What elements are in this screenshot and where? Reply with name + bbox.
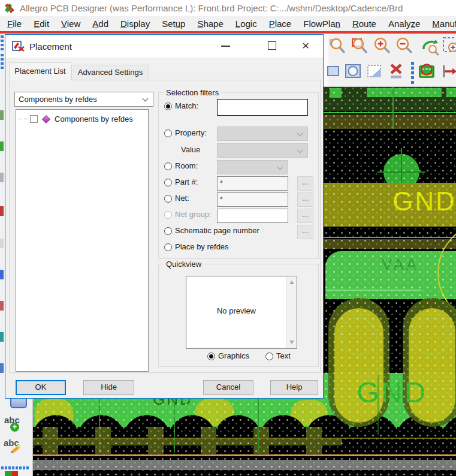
app-window: Allegro PCB Designer (was Performance L)… — [0, 0, 456, 476]
pcb-pin-arc — [413, 318, 450, 355]
rect-tool-icon[interactable] — [323, 61, 343, 82]
netgroup-label: Net group: — [175, 210, 212, 219]
toolbar-separator-dots — [1, 35, 4, 52]
net-input[interactable] — [217, 192, 288, 207]
pcb-band — [324, 115, 456, 129]
menu-item-view[interactable]: View — [55, 19, 86, 29]
pcb-trace-orange — [33, 454, 456, 456]
menu-item-route[interactable]: Route — [346, 19, 382, 29]
text-add-button[interactable]: abc + — [4, 415, 20, 426]
zoom-previous-icon[interactable] — [419, 36, 440, 56]
net-radio[interactable] — [164, 195, 172, 203]
close-button[interactable]: × — [302, 38, 309, 53]
zoom-points-icon[interactable] — [327, 36, 348, 56]
toolbar-icon-sliver — [0, 141, 4, 151]
component-list-dropdown-value: Components by refdes — [19, 95, 97, 104]
match-input[interactable] — [217, 99, 308, 116]
menu-item-place[interactable]: Place — [263, 19, 298, 29]
ok-button[interactable]: OK — [16, 380, 66, 395]
component-group-icon — [42, 115, 50, 123]
toolbar-icon-sliver — [0, 301, 4, 311]
part-radio[interactable] — [164, 179, 172, 186]
pcb-trace — [392, 87, 394, 129]
chevron-down-icon — [297, 131, 303, 137]
preview-scrollbar[interactable] — [286, 277, 296, 348]
schematic-page-label: Schematic page number — [175, 226, 259, 235]
part-input[interactable] — [217, 176, 288, 191]
pcb-trace — [324, 112, 456, 113]
menu-item-setup[interactable]: Setup — [156, 19, 191, 29]
maximize-button[interactable] — [268, 41, 276, 50]
menu-item-manufa[interactable]: Manufa — [426, 19, 456, 29]
zoom-fit-icon[interactable] — [442, 36, 456, 56]
graphics-radio[interactable] — [207, 353, 215, 360]
toolbar-icon-sliver — [0, 363, 4, 373]
tree-item-checkbox[interactable] — [30, 115, 38, 123]
pcb-pad — [446, 88, 456, 97]
minimize-button[interactable] — [221, 46, 230, 47]
room-dropdown — [217, 160, 288, 174]
schematic-page-radio[interactable] — [164, 227, 172, 235]
schematic-browse-button[interactable]: ... — [297, 225, 313, 239]
toolbar-separator-dots — [411, 62, 414, 86]
menu-item-file[interactable]: File — [1, 19, 28, 29]
scroll-down-icon[interactable] — [289, 341, 294, 344]
cancel-button[interactable]: Cancel — [203, 380, 253, 395]
toolbar-icon-sliver — [0, 332, 4, 342]
netgroup-browse-button[interactable]: ... — [297, 209, 313, 223]
hide-button[interactable]: Hide — [83, 380, 134, 395]
dashed-rect-tool-icon[interactable] — [364, 61, 385, 82]
toolbar-separator-dots — [1, 54, 4, 71]
zoom-in-icon[interactable] — [372, 36, 392, 56]
room-label: Room: — [175, 161, 198, 170]
part-browse-button[interactable]: ... — [297, 176, 313, 191]
match-radio[interactable] — [164, 103, 172, 110]
component-list-dropdown[interactable]: Components by refdes — [14, 92, 153, 107]
place-by-refdes-radio[interactable] — [164, 243, 172, 251]
tree-item-components-by-refdes[interactable]: Components by refdes — [19, 115, 133, 123]
pcb-label-gnd-top: GND — [392, 186, 456, 216]
toolbar-icon-sliver — [0, 173, 4, 182]
part-label: Part #: — [175, 177, 198, 186]
allegro-app-icon — [3, 2, 16, 15]
partial-toolbar-icon — [5, 471, 18, 476]
move-ref-tool-icon[interactable] — [438, 61, 456, 82]
tab-advanced-settings[interactable]: Advanced Settings — [71, 65, 149, 80]
component-tree[interactable]: Components by refdes — [16, 109, 149, 372]
pcb-label-gnd-bottom: GND — [357, 376, 428, 409]
zoom-out-icon[interactable] — [394, 36, 414, 56]
value-label: Value — [181, 145, 200, 154]
scroll-up-icon[interactable] — [289, 281, 294, 284]
tab-placement-list[interactable]: Placement List — [9, 62, 71, 80]
tree-connector — [19, 119, 28, 119]
quickview-group: Quickview No preview Graphics Text — [158, 264, 319, 367]
menu-item-analyze[interactable]: Analyze — [382, 19, 426, 29]
preview-pane: No preview — [186, 276, 297, 349]
circle-tool-icon[interactable] — [343, 61, 363, 82]
dialog-titlebar[interactable]: Placement × — [5, 35, 323, 58]
pcb-meander-trace — [33, 427, 342, 454]
zoom-rect-icon[interactable] — [349, 36, 370, 56]
text-edit-button[interactable]: abc — [4, 438, 19, 448]
property-radio[interactable] — [164, 129, 172, 137]
text-label: Text — [276, 351, 291, 360]
menu-item-edit[interactable]: Edit — [28, 19, 55, 29]
delete-tool-icon[interactable] — [386, 61, 406, 82]
highlight-component-tool-icon[interactable] — [416, 61, 437, 82]
quickview-legend: Quickview — [164, 260, 204, 269]
value-dropdown — [217, 143, 308, 158]
text-radio[interactable] — [265, 353, 273, 360]
menu-item-shape[interactable]: Shape — [191, 19, 229, 29]
menu-item-display[interactable]: Display — [114, 19, 156, 29]
room-radio[interactable] — [164, 162, 172, 170]
help-button[interactable]: Help — [270, 380, 318, 395]
window-titlebar: Allegro PCB Designer (was Performance L)… — [0, 0, 456, 16]
menu-item-logic[interactable]: Logic — [229, 19, 263, 29]
toolbar-icon-sliver — [0, 110, 4, 120]
pcb-trace — [324, 237, 456, 238]
net-browse-button[interactable]: ... — [297, 192, 313, 207]
menu-item-add[interactable]: Add — [86, 19, 114, 29]
netgroup-input[interactable] — [217, 209, 288, 223]
menu-item-flowplan[interactable]: FlowPlan — [297, 19, 346, 29]
window-title: Allegro PCB Designer (was Performance L)… — [20, 3, 403, 13]
